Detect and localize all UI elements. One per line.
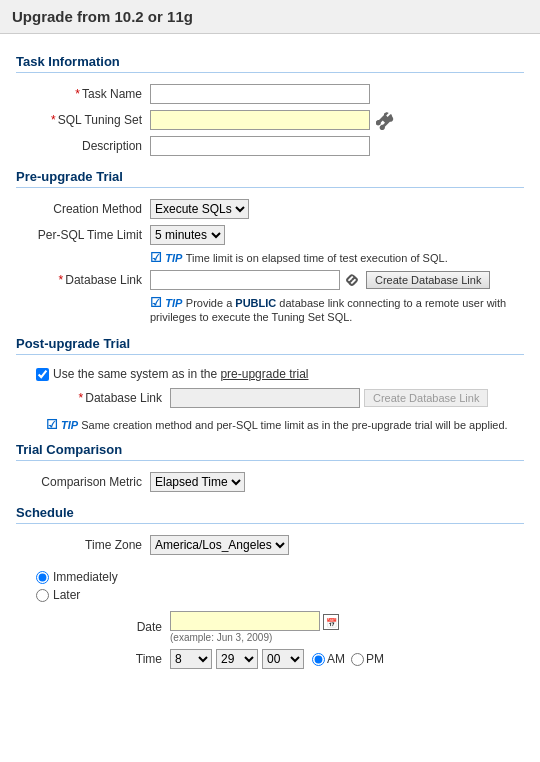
post-db-link-input[interactable] xyxy=(170,388,360,408)
pre-upgrade-tip1-row: ☑ TIP Time limit is on elapsed time of t… xyxy=(16,248,524,267)
pre-db-link-label: *Database Link xyxy=(16,267,146,293)
date-label: Date xyxy=(36,608,166,646)
tip2-text: Provide a PUBLIC database link connectin… xyxy=(150,297,506,323)
pre-db-required: * xyxy=(59,273,64,287)
tip2-label: TIP xyxy=(165,297,182,309)
time-label: Time xyxy=(36,646,166,672)
per-sql-row: Per-SQL Time Limit 5 minutes xyxy=(16,222,524,248)
same-system-checkbox[interactable] xyxy=(36,368,49,381)
sql-required: * xyxy=(51,113,56,127)
am-radio[interactable] xyxy=(312,653,325,666)
date-time-table: Date Jun 3, 2009 📅 (example: Jun 3, 2009… xyxy=(36,608,540,672)
comparison-metric-label: Comparison Metric xyxy=(16,469,146,495)
post-db-link-row: *Database Link Create Database Link xyxy=(36,385,524,411)
time-zone-label: Time Zone xyxy=(16,532,146,558)
per-sql-select[interactable]: 5 minutes xyxy=(150,225,225,245)
same-system-label: Use the same system as in the pre-upgrad… xyxy=(53,367,308,381)
page-header: Upgrade from 10.2 or 11g xyxy=(0,0,540,34)
task-name-input[interactable] xyxy=(150,84,370,104)
sql-tuning-set-row: *SQL Tuning Set xyxy=(16,107,524,133)
time-row-tr: Time 8 29 00 AM xyxy=(36,646,540,672)
tip1-text: Time limit is on elapsed time of test ex… xyxy=(186,252,448,264)
same-system-row: Use the same system as in the pre-upgrad… xyxy=(36,363,524,385)
pre-upgrade-tip2-row: ☑ TIP Provide a PUBLIC database link con… xyxy=(16,293,524,326)
pre-db-link-row: *Database Link Create Database Link xyxy=(16,267,524,293)
time-zone-select[interactable]: America/Los_Angeles xyxy=(150,535,289,555)
post-upgrade-table: *Database Link Create Database Link xyxy=(36,385,524,411)
task-name-label: *Task Name xyxy=(16,81,146,107)
time-hour-select[interactable]: 8 xyxy=(170,649,212,669)
post-tip-label: TIP xyxy=(61,419,78,431)
tip1-checkmark-icon: ☑ xyxy=(150,250,162,265)
post-upgrade-header: Post-upgrade Trial xyxy=(16,336,524,355)
time-minute-select[interactable]: 29 xyxy=(216,649,258,669)
tip2-checkmark-icon: ☑ xyxy=(150,295,162,310)
pm-option: PM xyxy=(351,652,384,666)
later-radio[interactable] xyxy=(36,589,49,602)
immediately-radio[interactable] xyxy=(36,571,49,584)
post-create-db-link-button: Create Database Link xyxy=(364,389,488,407)
immediately-label: Immediately xyxy=(53,570,118,584)
pre-db-link-row-content: Create Database Link xyxy=(150,270,520,290)
description-label: Description xyxy=(16,133,146,159)
schedule-header: Schedule xyxy=(16,505,524,524)
task-information-table: *Task Name *SQL Tuning Set Description xyxy=(16,81,524,159)
post-tip-text: Same creation method and per-SQL time li… xyxy=(81,419,507,431)
task-information-header: Task Information xyxy=(16,54,524,73)
description-input[interactable] xyxy=(150,136,370,156)
post-tip-checkmark-icon: ☑ xyxy=(46,417,58,432)
pm-label: PM xyxy=(366,652,384,666)
pre-upgrade-table: Creation Method Execute SQLs Per-SQL Tim… xyxy=(16,196,524,326)
task-name-required: * xyxy=(75,87,80,101)
sql-tuning-set-label: *SQL Tuning Set xyxy=(16,107,146,133)
schedule-table: Time Zone America/Los_Angeles xyxy=(16,532,524,558)
calendar-icon[interactable]: 📅 xyxy=(323,614,339,630)
creation-method-row: Creation Method Execute SQLs xyxy=(16,196,524,222)
trial-comparison-table: Comparison Metric Elapsed Time xyxy=(16,469,524,495)
trial-comparison-header: Trial Comparison xyxy=(16,442,524,461)
later-label: Later xyxy=(53,588,80,602)
per-sql-label: Per-SQL Time Limit xyxy=(16,222,146,248)
tip1-label: TIP xyxy=(165,252,182,264)
date-example: (example: Jun 3, 2009) xyxy=(170,632,540,643)
comparison-metric-row: Comparison Metric Elapsed Time xyxy=(16,469,524,495)
time-zone-row: Time Zone America/Los_Angeles xyxy=(16,532,524,558)
link-icon xyxy=(344,272,360,288)
pre-create-db-link-button[interactable]: Create Database Link xyxy=(366,271,490,289)
ampm-group: AM PM xyxy=(312,652,384,666)
immediately-option: Immediately xyxy=(36,568,524,586)
later-option: Later xyxy=(36,586,524,604)
description-row: Description xyxy=(16,133,524,159)
post-upgrade-content: Use the same system as in the pre-upgrad… xyxy=(36,363,524,432)
am-label: AM xyxy=(327,652,345,666)
time-inputs: 8 29 00 AM PM xyxy=(170,649,540,669)
content-area: Task Information *Task Name *SQL Tuning … xyxy=(0,34,540,688)
wrench-icon[interactable] xyxy=(376,112,394,130)
time-second-select[interactable]: 00 xyxy=(262,649,304,669)
page-title: Upgrade from 10.2 or 11g xyxy=(12,8,528,25)
post-upgrade-tip: ☑ TIP Same creation method and per-SQL t… xyxy=(46,417,524,432)
pre-db-link-input[interactable] xyxy=(150,270,340,290)
post-db-link-row-content: Create Database Link xyxy=(170,388,520,408)
comparison-metric-select[interactable]: Elapsed Time xyxy=(150,472,245,492)
sql-tuning-set-input[interactable] xyxy=(150,110,370,130)
pm-radio[interactable] xyxy=(351,653,364,666)
schedule-radio-group: Immediately Later xyxy=(36,564,524,608)
task-name-row: *Task Name xyxy=(16,81,524,107)
creation-method-label: Creation Method xyxy=(16,196,146,222)
date-row: Date Jun 3, 2009 📅 (example: Jun 3, 2009… xyxy=(36,608,540,646)
creation-method-select[interactable]: Execute SQLs xyxy=(150,199,249,219)
am-option: AM xyxy=(312,652,345,666)
date-input[interactable]: Jun 3, 2009 xyxy=(170,611,320,631)
post-db-link-label: *Database Link xyxy=(36,385,166,411)
pre-upgrade-header: Pre-upgrade Trial xyxy=(16,169,524,188)
